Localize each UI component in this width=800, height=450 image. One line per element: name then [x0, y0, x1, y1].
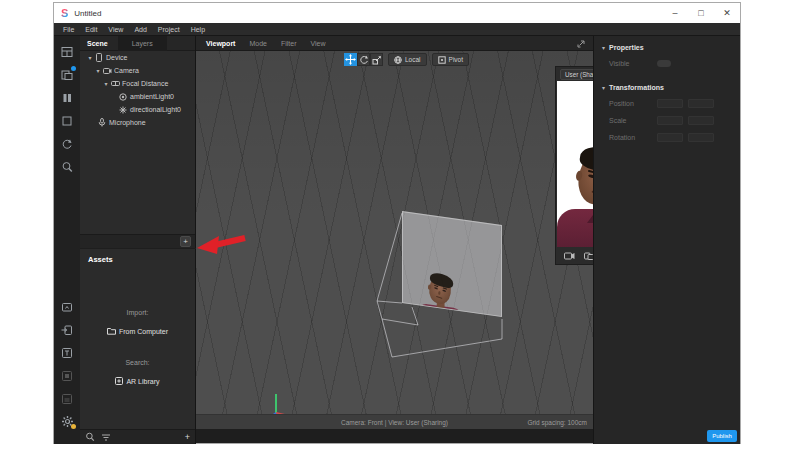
- caret-icon[interactable]: ▾: [94, 67, 102, 74]
- viewport-panel: Viewport Mode Filter View: [196, 36, 593, 444]
- person-ear: [575, 170, 582, 181]
- local-space-label: Local: [405, 56, 421, 63]
- position-x-field[interactable]: [657, 99, 683, 108]
- tree-row-camera[interactable]: ▾ Camera: [80, 64, 195, 77]
- tree-label: directionalLight0: [130, 106, 181, 113]
- camera-icon: [102, 67, 112, 75]
- rotate-tool-button[interactable]: [357, 53, 370, 66]
- export-icon[interactable]: [61, 300, 74, 313]
- visible-toggle[interactable]: [657, 60, 671, 67]
- rotation-y-field[interactable]: [688, 133, 714, 142]
- rotation-property-row: Rotation: [594, 129, 740, 146]
- text-tool-icon[interactable]: [61, 346, 74, 359]
- preview-panels-icon[interactable]: [61, 68, 74, 81]
- person-undershirt: [439, 310, 443, 316]
- rotation-x-field[interactable]: [657, 133, 683, 142]
- viewport-expand-icon[interactable]: [577, 34, 585, 52]
- filter-icon[interactable]: [101, 433, 111, 442]
- scene-panel-tabs: Scene Layers: [80, 36, 195, 51]
- device-icon: [94, 53, 104, 62]
- position-y-field[interactable]: [688, 99, 714, 108]
- close-button[interactable]: ✕: [714, 3, 740, 23]
- person-ear: [428, 284, 432, 290]
- scene-layout-icon[interactable]: [61, 45, 74, 58]
- tree-row-ambient-light[interactable]: ambientLight0: [80, 90, 195, 103]
- menu-project[interactable]: Project: [158, 26, 180, 33]
- properties-section-header[interactable]: ▾ Properties: [594, 36, 740, 55]
- assets-panel-title: Assets: [80, 249, 195, 264]
- minimize-button[interactable]: –: [662, 3, 688, 23]
- import-label: Import:: [80, 309, 195, 316]
- camera-pair-icon[interactable]: [584, 252, 593, 260]
- menu-edit[interactable]: Edit: [85, 26, 97, 33]
- tree-row-device[interactable]: ▾ Device: [80, 51, 195, 64]
- add-object-button[interactable]: +: [180, 236, 191, 247]
- camera-select-value: User (Sharing): [565, 71, 593, 78]
- scale-property-row: Scale: [594, 112, 740, 129]
- maximize-button[interactable]: □: [688, 3, 714, 23]
- transformations-header-label: Transformations: [609, 84, 664, 91]
- assets-search-icon[interactable]: [85, 432, 95, 442]
- tab-scene[interactable]: Scene: [80, 40, 118, 47]
- pivot-button[interactable]: Pivot: [432, 53, 469, 66]
- caret-icon[interactable]: ▾: [602, 84, 605, 91]
- scale-y-field[interactable]: [688, 116, 714, 125]
- tree-label: ambientLight0: [130, 93, 174, 100]
- move-tool-button[interactable]: [344, 53, 357, 66]
- person-hair: [429, 271, 454, 290]
- transform-tool-group: [344, 53, 383, 66]
- menu-help[interactable]: Help: [191, 26, 205, 33]
- menu-file[interactable]: File: [63, 26, 74, 33]
- properties-header-label: Properties: [609, 44, 644, 51]
- scene-panel-footer: +: [80, 234, 195, 248]
- pivot-label: Pivot: [449, 56, 463, 63]
- tab-view[interactable]: View: [311, 40, 326, 47]
- pivot-icon: [438, 56, 446, 64]
- add-asset-button[interactable]: +: [185, 432, 190, 442]
- tree-row-focal-distance[interactable]: ▾ Focal Distance: [80, 77, 195, 90]
- plugin-slot-icon-1[interactable]: [61, 369, 74, 382]
- caret-icon[interactable]: ▾: [602, 44, 605, 51]
- ar-library-label: AR Library: [126, 378, 159, 385]
- person-eye: [442, 289, 446, 292]
- sync-icon[interactable]: [61, 137, 74, 150]
- caret-icon[interactable]: ▾: [86, 54, 94, 61]
- tab-layers[interactable]: Layers: [118, 36, 167, 51]
- person-collar: [442, 307, 447, 314]
- microphone-icon: [97, 118, 107, 127]
- settings-gear-icon[interactable]: [61, 415, 74, 428]
- plugin-slot-icon-2[interactable]: [61, 392, 74, 405]
- tree-row-directional-light[interactable]: directionalLight0: [80, 103, 195, 116]
- scale-x-field[interactable]: [657, 116, 683, 125]
- publish-button[interactable]: Publish: [707, 430, 737, 442]
- video-plane-object[interactable]: [402, 211, 502, 317]
- tab-mode[interactable]: Mode: [249, 40, 267, 47]
- local-space-button[interactable]: Local: [388, 53, 427, 66]
- tree-label: Camera: [114, 67, 139, 74]
- shape-icon[interactable]: [61, 114, 74, 127]
- desktop-background: S Untitled – □ ✕ File Edit View Add Proj…: [0, 0, 800, 450]
- video-camera-icon[interactable]: [564, 252, 575, 260]
- menu-view[interactable]: View: [108, 26, 123, 33]
- search-icon[interactable]: [61, 160, 74, 173]
- tree-row-microphone[interactable]: Microphone: [80, 116, 195, 129]
- viewport-3d-canvas[interactable]: Local Pivot User (Sharing) ▼: [196, 51, 593, 429]
- scale-tool-button[interactable]: [370, 53, 383, 66]
- ar-library-button[interactable]: AR Library: [115, 377, 159, 385]
- menu-add[interactable]: Add: [134, 26, 146, 33]
- camera-select-dropdown[interactable]: User (Sharing) ▼: [560, 69, 593, 80]
- tab-viewport[interactable]: Viewport: [206, 40, 235, 47]
- tab-filter[interactable]: Filter: [281, 40, 297, 47]
- from-computer-label: From Computer: [119, 328, 168, 335]
- window-controls: – □ ✕: [662, 3, 740, 23]
- split-view-icon[interactable]: [61, 91, 74, 104]
- person-head: [575, 148, 593, 208]
- tree-label: Microphone: [109, 119, 146, 126]
- caret-icon[interactable]: ▾: [102, 80, 110, 87]
- transformations-section-header[interactable]: ▾ Transformations: [594, 72, 740, 95]
- import-icon[interactable]: [61, 323, 74, 336]
- settings-badge: [71, 424, 76, 429]
- from-computer-button[interactable]: From Computer: [107, 327, 168, 335]
- folder-icon: [107, 327, 116, 335]
- camera-frustum-wireframe: [196, 51, 593, 429]
